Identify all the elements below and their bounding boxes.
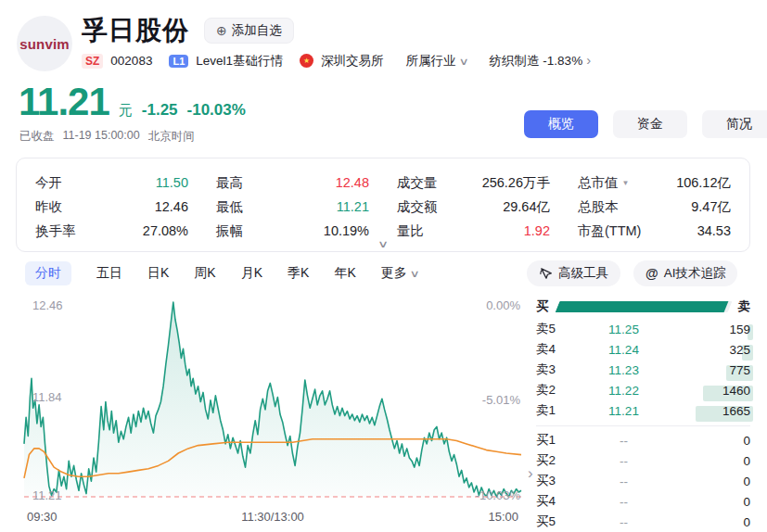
price-change: -1.25 <box>142 101 178 120</box>
ask-row-4[interactable]: 卖411.24325 <box>536 339 750 360</box>
order-book: 卖511.25159 卖411.24325 卖311.23775 卖211.22… <box>536 319 750 532</box>
time-axis: 09:30 11:30/13:00 15:00 <box>23 510 522 524</box>
market-status-line: 已收盘 11-19 15:00:00 北京时间 <box>19 129 195 145</box>
period-tab-yearly[interactable]: 年K <box>334 265 355 282</box>
szse-flag-icon: ★ <box>300 54 313 68</box>
period-tab-more[interactable]: 更多∨ <box>381 265 418 282</box>
view-tabs: 概览 资金 简况 <box>524 110 767 138</box>
stat-prev-close: 昨收12.46 <box>35 195 188 219</box>
period-tab-quarterly[interactable]: 季K <box>288 265 309 282</box>
order-book-divider <box>536 425 750 426</box>
period-tab-intraday[interactable]: 分时 <box>25 261 71 285</box>
price-unit: 元 <box>119 102 133 120</box>
level-label: Level1基础行情 <box>196 53 283 70</box>
chart-period-tabs: 分时 五日 日K 周K 月K 季K 年K 更多∨ <box>25 261 418 285</box>
stat-market-cap: 总市值▼106.12亿 <box>578 171 731 195</box>
orderbook-expand-icon[interactable]: › <box>528 464 533 483</box>
stat-volume: 成交量256.26万手 <box>397 171 550 195</box>
exchange-label: 深圳交易所 <box>321 53 384 70</box>
depth-buy-label: 买 <box>536 298 549 315</box>
intraday-chart[interactable]: 12.46 0.00% 11.84 -5.01% 11.21 -10.03% <box>23 297 522 502</box>
bid-row-3[interactable]: 买3--0 <box>536 471 750 491</box>
ai-tracking-button[interactable]: @ AI技术追踪 <box>633 260 737 286</box>
y-axis-label-top: 12.46 <box>32 298 63 312</box>
tab-overview[interactable]: 概览 <box>524 110 598 138</box>
stock-name: 孚日股份 <box>82 13 189 48</box>
add-watchlist-label: 添加自选 <box>232 22 282 39</box>
stock-detail-page: sunvim 孚日股份 ⊕ 添加自选 SZ 002083 L1 Level1基础… <box>0 0 767 532</box>
chevron-down-icon: ∨ <box>458 56 468 68</box>
last-price: 11.21 <box>19 80 109 124</box>
stat-volume-ratio: 量比1.92 <box>397 219 550 243</box>
bid-row-2[interactable]: 买2--0 <box>536 450 750 471</box>
stat-pe-ttm: 市盈(TTM)34.53 <box>578 219 731 243</box>
y-axis-label-mid: 11.84 <box>32 390 62 404</box>
time-tick-close: 15:00 <box>488 510 518 524</box>
title-row: 孚日股份 ⊕ 添加自选 <box>82 13 294 48</box>
period-tab-5day[interactable]: 五日 <box>96 265 122 282</box>
stat-amplitude: 振幅10.19% <box>216 219 369 243</box>
industry-dropdown[interactable]: 所属行业∨ <box>406 53 467 70</box>
chevron-right-icon: › <box>586 52 591 68</box>
stat-turnover-amount: 成交额29.64亿 <box>397 195 550 219</box>
period-tab-monthly[interactable]: 月K <box>241 265 262 282</box>
tab-funds[interactable]: 资金 <box>613 110 687 138</box>
y-axis-pct-mid: -5.01% <box>482 393 520 407</box>
stat-turnover-rate: 换手率27.08% <box>35 219 188 243</box>
y-axis-pct-bottom: -10.03% <box>476 488 520 502</box>
period-tab-weekly[interactable]: 周K <box>194 265 215 282</box>
stat-open: 今开11.50 <box>35 171 188 195</box>
stats-collapse-chevron[interactable]: ∨ <box>377 238 389 250</box>
stats-grid: 今开11.50 最高12.48 成交量256.26万手 总市值▼106.12亿 … <box>35 171 731 243</box>
market-cap-caret-icon[interactable]: ▼ <box>622 179 630 187</box>
stats-panel: 今开11.50 最高12.48 成交量256.26万手 总市值▼106.12亿 … <box>16 158 750 252</box>
depth-sell-fill <box>555 301 728 312</box>
tab-profile[interactable]: 简况 <box>702 110 767 138</box>
price-change-percent: -10.03% <box>187 101 246 120</box>
depth-track <box>555 301 732 312</box>
stat-high: 最高12.48 <box>216 171 369 195</box>
intraday-chart-canvas <box>23 297 522 502</box>
market-status: 已收盘 <box>19 129 55 145</box>
bid-row-1[interactable]: 买1--0 <box>536 430 750 450</box>
stat-total-shares: 总股本9.47亿 <box>578 195 731 219</box>
chevron-down-icon: ∨ <box>409 268 419 280</box>
industry-link[interactable]: 纺织制造 -1.83%› <box>490 52 592 70</box>
quote-timezone: 北京时间 <box>148 129 195 145</box>
bid-row-5[interactable]: 买5--0 <box>536 512 750 532</box>
advanced-tools-button[interactable]: 高级工具 <box>527 260 620 286</box>
ask-row-3[interactable]: 卖311.23775 <box>536 360 750 380</box>
stat-low: 最低11.21 <box>216 195 369 219</box>
add-watchlist-button[interactable]: ⊕ 添加自选 <box>204 18 294 44</box>
quote-datetime: 11-19 15:00:00 <box>63 129 140 145</box>
depth-bar: 买 卖 <box>536 298 750 315</box>
bid-row-4[interactable]: 买4--0 <box>536 491 750 512</box>
add-icon: ⊕ <box>216 23 227 38</box>
quote-block: 11.21 元 -1.25 -10.03% <box>19 80 246 124</box>
market-badge: SZ <box>82 54 103 69</box>
level-badge: L1 <box>169 55 188 68</box>
stock-code: 002083 <box>110 54 152 68</box>
ask-row-2[interactable]: 卖211.221460 <box>536 380 750 400</box>
depth-sell-label: 卖 <box>738 298 751 315</box>
company-logo-text: sunvim <box>19 36 70 52</box>
company-logo: sunvim <box>17 16 72 71</box>
ask-row-5[interactable]: 卖511.25159 <box>536 319 750 339</box>
ai-tracking-icon: @ <box>646 266 658 281</box>
time-tick-open: 09:30 <box>27 510 58 524</box>
advanced-tools-icon <box>539 267 553 281</box>
ask-row-1[interactable]: 卖111.211665 <box>536 400 750 421</box>
time-tick-midday: 11:30/13:00 <box>241 510 304 524</box>
badge-row: SZ 002083 L1 Level1基础行情 ★ 深圳交易所 所属行业∨ 纺织… <box>82 52 591 70</box>
y-axis-label-bottom: 11.21 <box>32 488 62 502</box>
y-axis-pct-top: 0.00% <box>486 298 520 312</box>
tools-row: 高级工具 @ AI技术追踪 <box>527 260 737 286</box>
period-tab-daily[interactable]: 日K <box>147 265 169 282</box>
